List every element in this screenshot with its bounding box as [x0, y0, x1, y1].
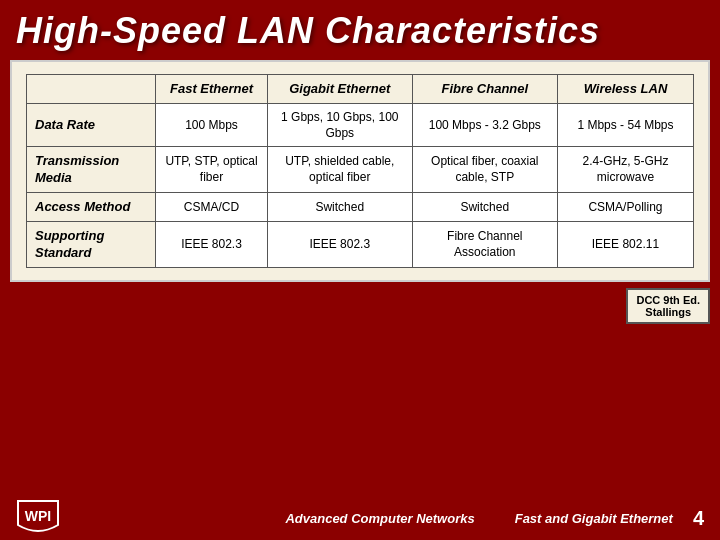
- page-number: 4: [693, 507, 704, 530]
- table-row: Supporting Standard IEEE 802.3 IEEE 802.…: [27, 221, 694, 267]
- dcc-line2: Stallings: [645, 306, 691, 318]
- transmission-fast-eth: UTP, STP, optical fiber: [156, 146, 268, 192]
- table-row: Transmission Media UTP, STP, optical fib…: [27, 146, 694, 192]
- footer-course: Advanced Computer Networks: [285, 511, 474, 526]
- standard-fibre: Fibre Channel Association: [412, 221, 557, 267]
- dcc-line1: DCC 9th Ed.: [636, 294, 700, 306]
- bottom-area: DCC 9th Ed. Stallings: [0, 282, 720, 324]
- wpi-shield-icon: WPI: [16, 499, 60, 537]
- data-rate-wireless: 1 Mbps - 54 Mbps: [557, 103, 693, 146]
- characteristics-table: Fast Ethernet Gigabit Ethernet Fibre Cha…: [26, 74, 694, 268]
- data-rate-fibre: 100 Mbps - 3.2 Gbps: [412, 103, 557, 146]
- transmission-fibre: Optical fiber, coaxial cable, STP: [412, 146, 557, 192]
- footer-topic: Fast and Gigabit Ethernet: [515, 511, 673, 526]
- access-gigabit: Switched: [267, 193, 412, 222]
- access-fast-eth: CSMA/CD: [156, 193, 268, 222]
- footer-text: Advanced Computer Networks Fast and Giga…: [285, 511, 672, 526]
- row-header-transmission: Transmission Media: [27, 146, 156, 192]
- transmission-gigabit: UTP, shielded cable, optical fiber: [267, 146, 412, 192]
- col-header-empty: [27, 75, 156, 104]
- page-title: High-Speed LAN Characteristics: [16, 10, 600, 51]
- col-header-gigabit-ethernet: Gigabit Ethernet: [267, 75, 412, 104]
- data-rate-fast-eth: 100 Mbps: [156, 103, 268, 146]
- content-area: Fast Ethernet Gigabit Ethernet Fibre Cha…: [10, 60, 710, 282]
- wpi-logo: WPI: [16, 499, 60, 537]
- data-rate-gigabit: 1 Gbps, 10 Gbps, 100 Gbps: [267, 103, 412, 146]
- col-header-fast-ethernet: Fast Ethernet: [156, 75, 268, 104]
- standard-fast-eth: IEEE 802.3: [156, 221, 268, 267]
- standard-gigabit: IEEE 802.3: [267, 221, 412, 267]
- access-fibre: Switched: [412, 193, 557, 222]
- svg-text:WPI: WPI: [25, 508, 51, 524]
- transmission-wireless: 2.4-GHz, 5-GHz microwave: [557, 146, 693, 192]
- table-row: Data Rate 100 Mbps 1 Gbps, 10 Gbps, 100 …: [27, 103, 694, 146]
- row-header-access: Access Method: [27, 193, 156, 222]
- standard-wireless: IEEE 802.11: [557, 221, 693, 267]
- col-header-fibre-channel: Fibre Channel: [412, 75, 557, 104]
- col-header-wireless-lan: Wireless LAN: [557, 75, 693, 104]
- row-header-data-rate: Data Rate: [27, 103, 156, 146]
- footer-bar: WPI Advanced Computer Networks Fast and …: [0, 496, 720, 540]
- title-bar: High-Speed LAN Characteristics: [0, 0, 720, 60]
- row-header-standard: Supporting Standard: [27, 221, 156, 267]
- access-wireless: CSMA/Polling: [557, 193, 693, 222]
- table-row: Access Method CSMA/CD Switched Switched …: [27, 193, 694, 222]
- dcc-citation-box: DCC 9th Ed. Stallings: [626, 288, 710, 324]
